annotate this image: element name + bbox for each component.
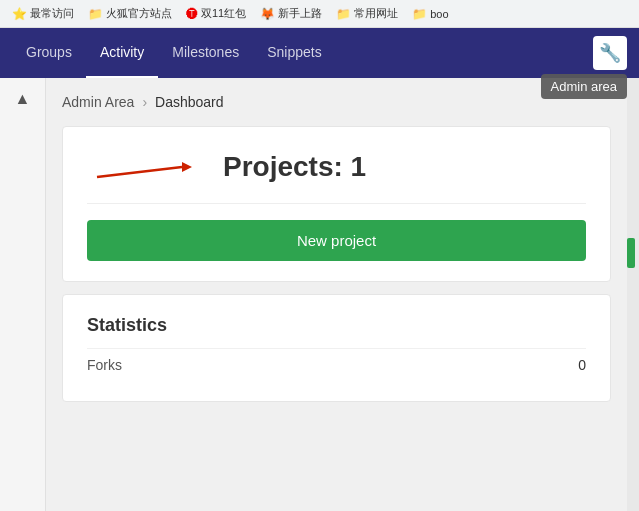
nav-activity[interactable]: Activity [86,28,158,78]
collapse-arrow[interactable]: ▲ [11,86,35,112]
svg-line-0 [97,167,182,177]
content-area: Admin Area › Dashboard Projects: 1 New p [46,78,627,511]
stats-label-forks: Forks [87,357,122,373]
nav-milestones[interactable]: Milestones [158,28,253,78]
admin-area-button[interactable]: 🔧 [593,36,627,70]
wrench-icon: 🔧 [599,42,621,64]
main-layout: ▲ Admin Area › Dashboard Projec [0,78,639,511]
bookmark-icon: ⭐ [12,7,27,21]
nav-groups[interactable]: Groups [12,28,86,78]
bookmark-zuichang[interactable]: ⭐ 最常访问 [8,4,78,23]
folder-icon: 📁 [412,7,427,21]
breadcrumb-parent[interactable]: Admin Area [62,94,134,110]
bookmarks-bar: ⭐ 最常访问 📁 火狐官方站点 🅣 双11红包 🦊 新手上路 📁 常用网址 📁 … [0,0,639,28]
bookmark-firefox-new[interactable]: 🦊 新手上路 [256,4,326,23]
projects-header: Projects: 1 [87,147,586,204]
right-strip-green [627,238,635,268]
breadcrumb-separator: › [142,94,147,110]
admin-area-container: 🔧 Admin area [593,36,627,70]
gitlab-navbar: Groups Activity Milestones Snippets 🔧 Ad… [0,28,639,78]
breadcrumb-current: Dashboard [155,94,224,110]
bookmark-label: 常用网址 [354,6,398,21]
bookmark-label: 火狐官方站点 [106,6,172,21]
folder-icon: 📁 [88,7,103,21]
projects-card: Projects: 1 New project [62,126,611,282]
bookmark-firefox[interactable]: 📁 火狐官方站点 [84,4,176,23]
svg-marker-1 [182,162,192,172]
folder-icon: 📁 [336,7,351,21]
arrow-graphic [87,147,207,187]
bookmark-label: boo [430,8,448,20]
stats-row-forks: Forks 0 [87,348,586,381]
statistics-card: Statistics Forks 0 [62,294,611,402]
right-strip [627,78,639,511]
projects-section: Projects: 1 New project [87,147,586,261]
bookmark-label: 双11红包 [201,6,246,21]
tmall-icon: 🅣 [186,7,198,21]
bookmark-tmall[interactable]: 🅣 双11红包 [182,4,250,23]
stats-value-forks: 0 [578,357,586,373]
firefox-icon: 🦊 [260,7,275,21]
bookmark-label: 最常访问 [30,6,74,21]
sidebar: ▲ [0,78,46,511]
bookmark-boo[interactable]: 📁 boo [408,5,452,23]
arrow-svg [87,147,207,187]
nav-snippets[interactable]: Snippets [253,28,335,78]
bookmark-label: 新手上路 [278,6,322,21]
projects-count: Projects: 1 [223,151,366,183]
breadcrumb: Admin Area › Dashboard [62,94,611,110]
statistics-title: Statistics [87,315,586,336]
bookmark-common[interactable]: 📁 常用网址 [332,4,402,23]
new-project-button[interactable]: New project [87,220,586,261]
